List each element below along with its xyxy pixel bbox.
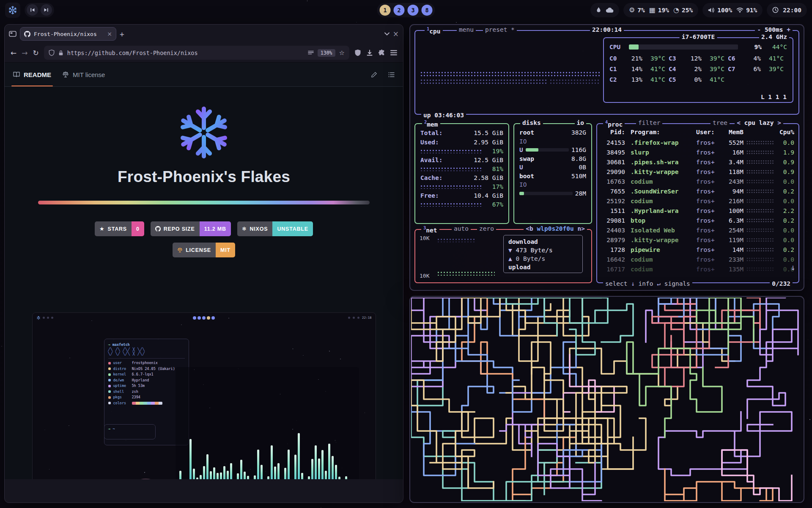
bookmark-star-button[interactable]: ☆ <box>339 49 345 57</box>
github-favicon <box>24 31 30 37</box>
memory-box: 2mem Total:15.5 GiB Used:2.95 GiB 19% Av… <box>414 123 509 224</box>
process-row[interactable]: 25192 codium fros+ 216M 0.0 <box>597 196 798 206</box>
workspace-1[interactable]: 1 <box>380 5 391 16</box>
net-auto-toggle[interactable]: auto <box>452 225 471 232</box>
reload-button[interactable]: ↻ <box>33 49 39 57</box>
tab-close-button[interactable]: × <box>107 30 112 37</box>
process-row[interactable]: 24153 .firefox-wrap fros+ 552M 0.0 <box>597 138 798 147</box>
tree-button[interactable]: tree <box>710 119 730 126</box>
menu-hamburger-icon[interactable] <box>390 50 397 55</box>
cpu-history-graph <box>420 72 600 77</box>
mem-free: 10.4 GiB <box>474 192 503 199</box>
list-tabs-button[interactable] <box>384 32 390 36</box>
mini-nix-icon <box>36 316 41 320</box>
mini-clock: 22:18 <box>362 316 372 320</box>
media-next-button[interactable] <box>41 4 52 16</box>
process-row[interactable]: 16763 codium fros+ 243M 0.0 <box>597 177 798 186</box>
scroll-down-arrow[interactable]: ↓ <box>790 265 796 271</box>
padlock-icon[interactable] <box>58 50 63 56</box>
mem-avail: 12.5 GiB <box>474 157 503 163</box>
net-zero-toggle[interactable]: zero <box>477 225 496 232</box>
process-header[interactable]: Pid: Program: User: MemB Cpu% <box>597 127 798 138</box>
process-row[interactable]: 28979 .kitty-wrappe fros+ 119M 0.0 <box>597 235 798 245</box>
forward-button[interactable]: → <box>22 49 27 57</box>
process-row[interactable]: 24403 Isolated Web fros+ 254M 0.0 <box>597 225 798 235</box>
github-page: README MIT license <box>5 63 403 479</box>
process-row[interactable]: 29081 btop fros+ 6.3M 0.2 <box>597 215 798 225</box>
extensions-puzzle-icon[interactable] <box>378 49 385 56</box>
memory-icon: ▦ <box>649 6 656 14</box>
url-bar[interactable]: https://github.com/Frost-Phoenix/nixos 1… <box>44 46 349 60</box>
disk-root-used-bar <box>526 148 569 152</box>
workspace-8[interactable]: 8 <box>422 5 433 16</box>
filter-button[interactable]: filter <box>636 119 662 126</box>
mem-total: 15.5 GiB <box>474 130 503 136</box>
core-stat: C7 6% 39°C <box>728 64 787 74</box>
tracking-protection-shield-icon[interactable] <box>49 50 55 56</box>
firefox-window: Frost-Phoenix/nixos × + × ← → ↻ <box>4 24 403 503</box>
zoom-level[interactable]: 130% <box>318 49 335 57</box>
stars-badge[interactable]: ★STARS 0 <box>95 221 144 236</box>
disk-swap-used: 0B <box>579 164 586 171</box>
readme-tab-bar: README MIT license <box>5 63 403 87</box>
url-text[interactable]: https://github.com/Frost-Phoenix/nixos <box>67 50 304 56</box>
browser-tab[interactable]: Frost-Phoenix/nixos × <box>20 27 116 41</box>
weather-widget[interactable] <box>590 3 619 17</box>
disks-io-toggle[interactable]: io <box>575 119 586 126</box>
tab-license[interactable]: MIT license <box>62 63 105 86</box>
iface-next-button[interactable]: n> <box>578 225 585 232</box>
sort-next-button[interactable]: > <box>777 119 781 126</box>
info-hint[interactable]: info <box>639 280 653 287</box>
process-row[interactable]: 1511 .Hyprland-wra fros+ 100M 2.2 <box>597 206 798 215</box>
readme-body: Frost-Phoenix's Flakes ★STARS 0 REPO SIZ… <box>5 87 403 479</box>
preset-button[interactable]: preset * <box>483 26 517 33</box>
core-stat: C6 4% 41°C <box>728 53 787 64</box>
extension-shield-icon[interactable] <box>354 49 361 56</box>
process-row[interactable]: 7655 .SoundWireSer fros+ 94M 0.2 <box>597 186 798 196</box>
tab-readme[interactable]: README <box>13 63 51 86</box>
reader-view-icon[interactable] <box>308 50 314 55</box>
back-button[interactable]: ← <box>11 49 16 57</box>
book-icon <box>13 71 20 78</box>
audio-network-widget[interactable]: 100% 91% <box>702 3 763 17</box>
pipes-screen <box>411 298 803 501</box>
cpu-total-pct: 9% <box>741 44 762 50</box>
process-row[interactable]: 29090 .kitty-wrappe fros+ 118M 0.9 <box>597 167 798 177</box>
repo-size-badge[interactable]: REPO SIZE 11.2 MB <box>151 221 231 236</box>
net-scale-top: 10K <box>420 235 429 241</box>
window-close-button[interactable]: × <box>393 30 399 38</box>
select-hint[interactable]: select <box>605 280 627 287</box>
media-prev-button[interactable] <box>27 4 38 16</box>
cpu-usage: 7% <box>637 7 645 14</box>
nixos-badge[interactable]: ❄NIXOS UNSTABLE <box>237 221 313 236</box>
signals-hint[interactable]: signals <box>664 280 690 287</box>
system-stats-widget[interactable]: ⚙7% ▦19% ◔25% <box>623 3 698 17</box>
mem-used: 2.95 GiB <box>474 139 503 146</box>
license-scales-icon <box>177 247 183 253</box>
menu-button[interactable]: menu <box>457 26 476 33</box>
wifi-icon <box>736 7 743 13</box>
process-row[interactable]: 38495 slurp fros+ 16M 1.9 <box>597 147 798 157</box>
interval-minus-button[interactable]: - <box>757 26 761 33</box>
process-row[interactable]: 1728 pipewire fros+ 14M 0.2 <box>597 245 798 254</box>
outline-list-icon[interactable] <box>388 72 395 77</box>
cpu-history-graph-2 <box>420 79 547 84</box>
edit-pencil-icon[interactable] <box>371 72 377 78</box>
clock-widget[interactable]: 22:00 <box>767 3 807 17</box>
new-tab-button[interactable]: + <box>120 30 124 39</box>
workspace-2[interactable]: 2 <box>394 5 405 16</box>
process-row[interactable]: 16717 codium fros+ 135M 0.0 <box>597 264 798 274</box>
firefox-view-button[interactable] <box>9 30 16 37</box>
workspace-3[interactable]: 3 <box>408 5 419 16</box>
clock-icon <box>772 7 779 13</box>
sort-prev-button[interactable]: < <box>737 119 741 126</box>
iface-prev-button[interactable]: <b <box>526 225 533 232</box>
shell-prompt-terminal: → ~ <box>104 424 156 439</box>
license-badge[interactable]: LICENSE MIT <box>173 243 235 257</box>
downloads-button[interactable] <box>366 50 373 56</box>
interval-plus-button[interactable]: + <box>787 26 790 33</box>
process-row[interactable]: 16642 codium fros+ 233M 0.0 <box>597 254 798 264</box>
nixos-launcher-button[interactable] <box>5 3 20 18</box>
process-row[interactable]: 30681 .pipes.sh-wra fros+ 3.4M 0.9 <box>597 157 798 167</box>
core-stat: C3 12% 39°C <box>669 53 728 64</box>
